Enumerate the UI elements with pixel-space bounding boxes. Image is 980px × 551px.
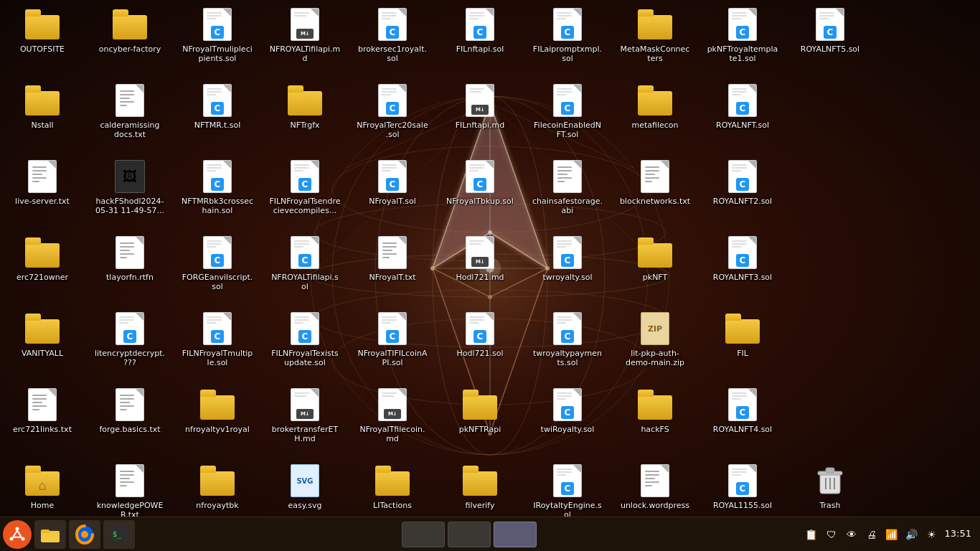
- icon-image-brokersec1royalt-sol: C: [375, 7, 410, 42]
- desktop-icon-twroyalty[interactable]: C twroyalty.sol: [528, 231, 607, 285]
- desktop-icon-NFTMR-t[interactable]: C NFTMR.t.sol: [178, 79, 257, 133]
- icon-image-IRoytaltyEngine: C: [550, 463, 585, 498]
- desktop-icon-Hodl721-md[interactable]: M↓ Hodl721.md: [440, 231, 519, 285]
- files-app-button[interactable]: [34, 520, 66, 549]
- desktop-icon-FORGEanvilscript[interactable]: C FORGEanvilscript.sol: [178, 231, 257, 294]
- desktop-icon-litencryptdecrypt[interactable]: C litencryptdecrypt.???: [90, 307, 169, 370]
- desktop-icon-ROYALNFT3[interactable]: C ROYALNFT3.sol: [703, 231, 782, 285]
- icon-label-calderamissing: calderamissing docs.txt: [94, 121, 166, 139]
- desktop-icon-ROYALNFT5[interactable]: C ROYALNFT5.sol: [791, 3, 870, 57]
- desktop-icon-NFroyalT-txt[interactable]: NFroyalT.txt: [353, 231, 432, 285]
- desktop-icon-metafilecon[interactable]: metafilecon: [616, 79, 694, 133]
- desktop-icon-NFTrgfx[interactable]: NFTrgfx: [265, 79, 344, 133]
- desktop-icon-MetaMaskConnecters[interactable]: MetaMaskConnecters: [616, 3, 694, 66]
- desktop-icon-hackFS[interactable]: hackFS: [616, 383, 694, 437]
- desktop-icon-OUTOFSITE[interactable]: OUTOFSITE: [3, 3, 82, 57]
- screen-icon[interactable]: 👁: [844, 527, 859, 542]
- desktop-icon-NFROYALTifilapi-md[interactable]: M↓ NFROYALTifilapi.md: [265, 3, 344, 66]
- desktop-icon-FILNFroyalTmultiple[interactable]: C FILNFroyalTmultiple.sol: [178, 307, 257, 370]
- desktop-icon-ROYALNFT4[interactable]: C ROYALNFT4.sol: [703, 383, 782, 437]
- icon-label-tlayorfn: tlayorfn.rtfn: [106, 273, 154, 282]
- desktop-icon-calderamissing[interactable]: calderamissing docs.txt: [90, 79, 169, 142]
- desktop-icon-Nstall[interactable]: Nstall: [3, 79, 82, 133]
- clock[interactable]: 13:51: [945, 528, 971, 540]
- icon-label-erc721links: erc721links.txt: [13, 425, 72, 434]
- desktop-icon-NFROYALTifilapi2[interactable]: C NFROYALTifilapi.sol: [265, 231, 344, 294]
- desktop-icon-NFroyalTbkup[interactable]: C NFroyalTbkup.sol: [440, 155, 519, 209]
- icon-label-VANITYALL: VANITYALL: [22, 349, 63, 358]
- desktop-icon-FilecoinEnabledNFT[interactable]: C FilecoinEnabledNFT.sol: [528, 79, 607, 142]
- desktop-icon-unlock-wordpress[interactable]: unlock.wordpress: [616, 459, 694, 513]
- svg-text:$_: $_: [113, 530, 122, 539]
- icon-image-metafilecon: [638, 83, 672, 118]
- window-button-3[interactable]: [494, 522, 537, 547]
- icon-label-nfroyaltyv1royal: nfroyaltyv1royal: [185, 425, 250, 434]
- desktop-icon-NFroyalTfilecoin[interactable]: M↓ NFroyalTfilecoin.md: [353, 383, 432, 446]
- icon-image-ROYALNFT2: C: [725, 159, 760, 194]
- desktop-icon-ROYAL1155[interactable]: C ROYAL1155.sol: [703, 459, 782, 513]
- desktop-icon-twiRoyalty[interactable]: C twiRoyalty.sol: [528, 383, 607, 437]
- desktop-icon-hackFShodl[interactable]: 🖼hackFShodl2024-05-31 11-49-57...: [90, 155, 169, 218]
- brightness-icon[interactable]: ☀: [925, 527, 939, 542]
- desktop-icon-NFroyalTmuliplecipients[interactable]: C NFroyalTmuliplecipients.sol: [178, 3, 257, 66]
- desktop-icon-pkNFTRapi[interactable]: pkNFTRapi: [440, 383, 519, 437]
- desktop-icon-brokersec1royalt-sol[interactable]: C brokersec1royalt.sol: [353, 3, 432, 66]
- desktop-icon-lit-pkp-auth[interactable]: ZIPlit-pkp-auth-demo-main.zip: [616, 307, 694, 370]
- icon-label-ROYALNFT2: ROYALNFT2.sol: [713, 197, 772, 206]
- desktop-icon-nfroyaytbk[interactable]: nfroyaytbk: [178, 459, 257, 513]
- desktop-icon-VANITYALL[interactable]: VANITYALL: [3, 307, 82, 361]
- desktop-icon-easy-svg[interactable]: SVGeasy.svg: [265, 459, 344, 513]
- desktop-icon-pkNFT[interactable]: pkNFT: [616, 231, 694, 285]
- desktop-icon-erc721links[interactable]: erc721links.txt: [3, 383, 82, 437]
- desktop-icon-FILNFroyalTsendr[interactable]: C FILNFroyalTsendrecievecompiles...: [265, 155, 344, 218]
- ubuntu-button[interactable]: [3, 520, 32, 549]
- desktop-icon-blocknetworks[interactable]: blocknetworks.txt: [616, 155, 694, 209]
- desktop-icon-twroyaltypayments[interactable]: C twroyaltypayments.sol: [528, 307, 607, 370]
- firefox-app-button[interactable]: [69, 520, 100, 549]
- desktop-icon-IRoytaltyEngine[interactable]: C IRoytaltyEngine.sol: [528, 459, 607, 522]
- wifi-icon[interactable]: 📶: [885, 527, 899, 542]
- desktop-icon-tlayorfn[interactable]: tlayorfn.rtfn: [90, 231, 169, 285]
- desktop-icon-ROYALNFT[interactable]: C ROYALNFT.sol: [703, 79, 782, 133]
- desktop-icon-brokertransferETH[interactable]: M↓ brokertransferETH.md: [265, 383, 344, 446]
- window-button-1[interactable]: [402, 522, 445, 547]
- desktop-icon-Hodl721[interactable]: C Hodl721.sol: [440, 307, 519, 361]
- desktop-icon-LITactions[interactable]: LITactions: [353, 459, 432, 513]
- icon-label-FILaipromptxmpl-sol: FILaipromptxmpl.sol: [532, 44, 603, 63]
- clipboard-icon[interactable]: 📋: [804, 527, 819, 542]
- vpn-icon[interactable]: 🛡: [824, 527, 839, 542]
- desktop-icon-knowledgePOWER[interactable]: knowledgePOWER.txt: [90, 459, 169, 522]
- desktop-icon-FILnftapi-md[interactable]: M↓ FILnftapi.md: [440, 79, 519, 133]
- icon-label-Hodl721-md: Hodl721.md: [456, 273, 504, 282]
- desktop-icon-nfroyaltyv1royal[interactable]: nfroyaltyv1royal: [178, 383, 257, 437]
- desktop-icon-live-server[interactable]: live-server.txt: [3, 155, 82, 209]
- desktop-icon-FILNFroyalTexistsupdate[interactable]: C FILNFroyalTexistsupdate.sol: [265, 307, 344, 370]
- desktop-icon-NFroyalTIFILcoinAPI[interactable]: C NFroyalTIFILcoinAPI.sol: [353, 307, 432, 370]
- desktop-icon-NFroyalTerc20sal[interactable]: C NFroyalTerc20sale.sol: [353, 79, 432, 142]
- desktop-icon-pkNFTroyaltemplate1[interactable]: C pkNFTroyaltemplate1.sol: [703, 3, 782, 66]
- desktop-icon-filverify[interactable]: filverify: [440, 459, 519, 513]
- window-button-2[interactable]: [448, 522, 491, 547]
- desktop-icon-ROYALNFT2[interactable]: C ROYALNFT2.sol: [703, 155, 782, 209]
- print-icon[interactable]: 🖨: [864, 527, 879, 542]
- desktop-icon-FILnftapi-sol[interactable]: C FILnftapi.sol: [440, 3, 519, 57]
- desktop-icon-Home[interactable]: ⌂ Home: [3, 459, 82, 513]
- desktop-icon-FILaipromptxmpl-sol[interactable]: C FILaipromptxmpl.sol: [528, 3, 607, 66]
- icon-label-ROYALNFT3: ROYALNFT3.sol: [713, 273, 772, 282]
- desktop-icon-chainsafestorage[interactable]: chainsafestorage.abi: [528, 155, 607, 218]
- desktop-icon-erc721owner[interactable]: erc721owner: [3, 231, 82, 285]
- icon-image-NFroyalT-sol2: C: [375, 159, 410, 194]
- volume-icon[interactable]: 🔊: [905, 527, 919, 542]
- desktop-icon-NFroyalT-sol2[interactable]: C NFroyalT.sol: [353, 155, 432, 209]
- icon-image-hackFS: [638, 387, 672, 422]
- icon-image-FIL: [725, 311, 760, 346]
- icon-image-twroyalty: C: [550, 235, 585, 270]
- desktop-icon-NFTMRbk3crosschain[interactable]: C NFTMRbk3crossechain.sol: [178, 155, 257, 218]
- icon-image-FORGEanvilscript: C: [200, 235, 235, 270]
- desktop-icon-Trash[interactable]: Trash: [791, 459, 870, 513]
- desktop-icon-forge-basics[interactable]: forge.basics.txt: [90, 383, 169, 437]
- desktop-icon-FIL[interactable]: FIL: [703, 307, 782, 361]
- desktop-icon-oncyber-factory[interactable]: oncyber-factory: [90, 3, 169, 57]
- terminal-app-button[interactable]: $_: [103, 520, 135, 549]
- icon-label-metafilecon: metafilecon: [631, 121, 678, 130]
